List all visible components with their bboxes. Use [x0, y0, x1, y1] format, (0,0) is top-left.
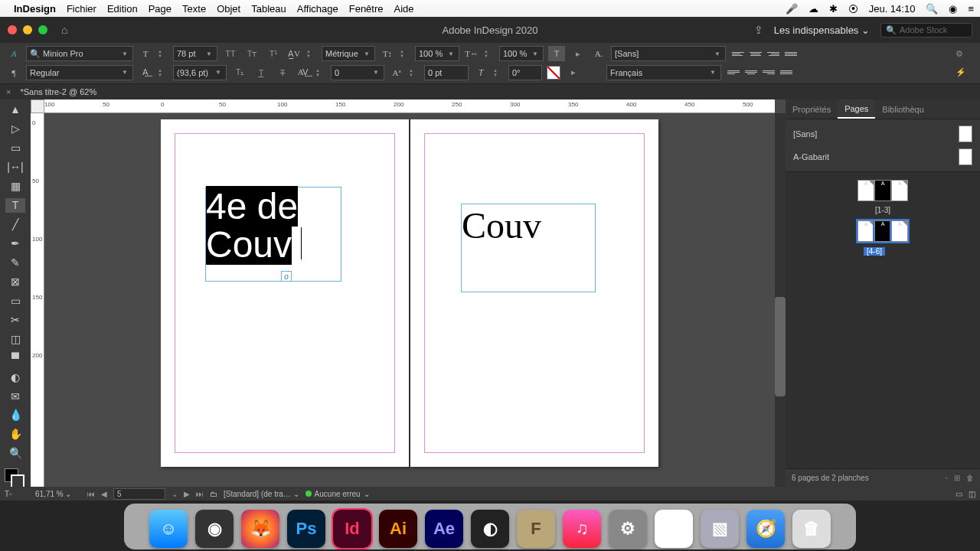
edit-page-size-icon[interactable]: ▫ — [945, 474, 948, 482]
hscale-stepper[interactable]: ▲▼ — [484, 46, 495, 61]
text-frame-left[interactable]: 4e deCouv o — [205, 187, 341, 282]
text-frame-right[interactable]: Couv — [461, 204, 596, 292]
page-dropdown-icon[interactable]: ⌄ — [172, 490, 178, 498]
small-caps-button[interactable]: Tᴛ — [243, 46, 260, 61]
dock-trash[interactable]: 🗑 — [792, 510, 831, 548]
gradient-tool[interactable]: ▀ — [5, 350, 25, 365]
kerning-stepper[interactable]: ▲▼ — [306, 46, 317, 61]
close-tab-icon[interactable]: × — [0, 87, 17, 96]
cc-icon[interactable]: ☁ — [808, 3, 818, 15]
control-menu-icon[interactable]: ⚙ — [956, 49, 974, 59]
fill-expand-icon[interactable]: ▸ — [570, 46, 586, 61]
fill-text-button[interactable]: T — [548, 46, 565, 61]
skew-field[interactable]: 0° — [508, 65, 542, 80]
selection-tool[interactable]: ▲ — [5, 103, 25, 117]
hand-tool[interactable]: ✋ — [5, 427, 25, 442]
text-content[interactable]: Couv — [462, 205, 541, 246]
document-tab[interactable]: *Sans titre-2 @ 62% — [17, 87, 100, 96]
page-tool[interactable]: ▭ — [5, 141, 25, 155]
menu-objet[interactable]: Objet — [217, 3, 240, 15]
document-canvas[interactable]: 100 50 0 50 100 150 200 250 300 350 400 … — [31, 99, 786, 487]
tracking-stepper[interactable]: ▲▼ — [315, 65, 326, 80]
leading-field[interactable]: (93,6 pt)▼ — [173, 65, 227, 80]
skew-stepper[interactable]: ▲▼ — [493, 65, 504, 80]
font-family-field[interactable]: 🔍 Minion Pro▼ — [26, 46, 133, 61]
gap-tool[interactable]: |↔| — [5, 160, 25, 174]
dock-finder[interactable]: ☺ — [149, 510, 188, 548]
dock-aftereffects[interactable]: Ae — [425, 510, 463, 548]
menu-page[interactable]: Page — [149, 3, 172, 15]
all-caps-button[interactable]: TT — [222, 46, 239, 61]
split-layout-icon[interactable]: ◫ — [969, 490, 975, 498]
overset-text-icon[interactable]: o — [281, 271, 292, 282]
justify-left-button[interactable] — [726, 66, 741, 80]
dock-preferences[interactable]: ⚙ — [609, 510, 647, 548]
character-formatting-icon[interactable]: A — [6, 46, 21, 61]
quick-apply-icon[interactable]: ⚡ — [956, 67, 974, 77]
prev-spread-button[interactable]: ◀ — [101, 490, 107, 498]
ruler-origin[interactable] — [31, 99, 44, 113]
clock[interactable]: Jeu. 14:10 — [869, 3, 916, 15]
fill-stroke-toggle[interactable] — [5, 468, 26, 487]
free-transform-tool[interactable]: ◫ — [5, 331, 25, 346]
font-size-field[interactable]: 78 pt▼ — [173, 46, 217, 61]
vertical-ruler[interactable]: 0 50 100 150 200 — [31, 113, 44, 487]
wifi-icon[interactable]: ⦿ — [848, 3, 858, 15]
minimize-window[interactable] — [23, 25, 32, 34]
char-style-field[interactable]: [Sans]▼ — [611, 46, 726, 61]
dock-cinema4d[interactable]: ◐ — [471, 510, 509, 548]
pen-tool[interactable]: ✒ — [5, 236, 25, 251]
screen-mode-icon[interactable]: ▭ — [956, 490, 962, 498]
spread-thumb-2[interactable]: A A A — [793, 220, 972, 242]
vscale-field[interactable]: 100 %▼ — [415, 46, 459, 61]
dock-photoshop[interactable]: Ps — [287, 510, 325, 548]
dock-firefox[interactable]: 🦊 — [241, 510, 279, 548]
font-style-field[interactable]: Regular▼ — [26, 65, 133, 80]
align-center-button[interactable] — [748, 47, 763, 60]
mic-icon[interactable]: 🎤 — [786, 3, 798, 15]
underline-button[interactable]: T — [253, 65, 270, 80]
spread-thumb-1[interactable]: A A A — [793, 180, 972, 201]
justify-all-button[interactable] — [779, 66, 794, 80]
dock-chrome[interactable]: ◉ — [655, 510, 693, 548]
adobe-stock-search[interactable]: 🔍Adobe Stock — [880, 23, 972, 37]
type-tool[interactable]: T — [5, 198, 25, 213]
menu-tableau[interactable]: Tableau — [251, 3, 286, 15]
zoom-tool[interactable]: 🔍 — [5, 446, 25, 461]
master-sans[interactable]: [Sans] — [786, 122, 980, 145]
menu-fichier[interactable]: Fichier — [67, 3, 96, 15]
dock-launchpad[interactable]: ◉ — [195, 510, 234, 548]
note-tool[interactable]: ✉ — [5, 389, 25, 403]
subscript-button[interactable]: T₁ — [231, 65, 248, 80]
font-size-stepper[interactable]: ▲▼ — [158, 46, 168, 61]
page-number-field[interactable]: 5 — [113, 488, 165, 500]
dock-fontapp[interactable]: F — [517, 510, 555, 548]
menu-texte[interactable]: Texte — [182, 3, 206, 15]
baseline-stepper[interactable]: ▲▼ — [409, 65, 420, 80]
rectangle-frame-tool[interactable]: ⊠ — [5, 274, 25, 289]
justify-center-button[interactable] — [743, 66, 759, 80]
fill-stroke-swatch[interactable] — [547, 66, 560, 80]
menu-fenetre[interactable]: Fenêtre — [349, 3, 384, 15]
workspace-switcher[interactable]: Les indispensables ⌄ — [774, 24, 870, 36]
preflight-profile-field[interactable]: [Standard] (de tra… ⌄ — [224, 490, 299, 498]
horizontal-ruler[interactable]: 100 50 0 50 100 150 200 250 300 350 400 … — [44, 99, 775, 113]
share-icon[interactable]: ⇪ — [754, 24, 763, 36]
open-icon[interactable]: 🗀 — [210, 490, 217, 498]
rectangle-tool[interactable]: ▭ — [5, 293, 25, 308]
dock-illustrator[interactable]: Ai — [379, 510, 417, 548]
new-page-icon[interactable]: ⊞ — [954, 474, 960, 482]
dock-music[interactable]: ♫ — [563, 510, 601, 548]
kerning-field[interactable]: Métrique▼ — [322, 46, 375, 61]
language-field[interactable]: Français▼ — [606, 65, 721, 80]
selected-text[interactable]: 4e deCouv — [206, 186, 298, 265]
content-collector-tool[interactable]: ▦ — [5, 179, 25, 194]
justify-button[interactable] — [783, 47, 799, 60]
strikethrough-button[interactable]: T — [274, 65, 291, 80]
dock-indesign[interactable]: Id — [333, 510, 371, 548]
siri-icon[interactable]: ◉ — [949, 3, 957, 15]
baseline-field[interactable]: 0 pt — [424, 65, 469, 80]
vscale-stepper[interactable]: ▲▼ — [400, 46, 410, 61]
tracking-field[interactable]: 0▼ — [331, 65, 384, 80]
spotlight-icon[interactable]: 🔍 — [926, 3, 938, 15]
